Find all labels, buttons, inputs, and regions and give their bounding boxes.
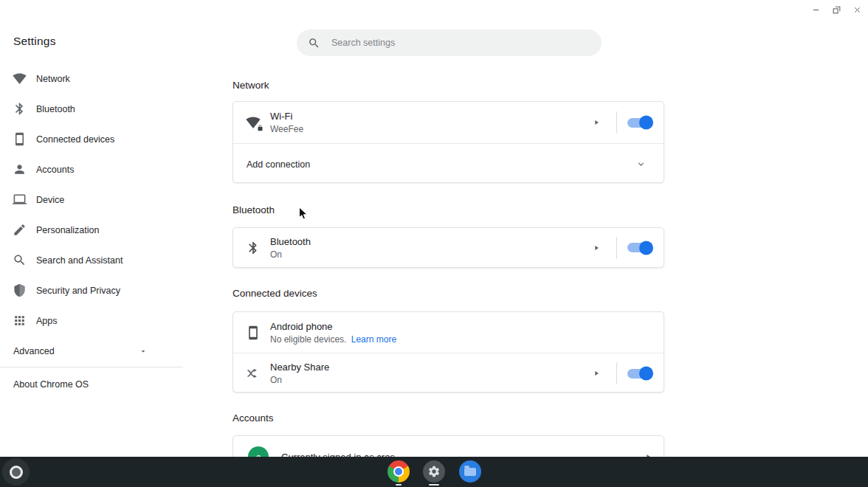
subpage-arrow-icon[interactable] xyxy=(593,119,600,126)
bluetooth-icon xyxy=(245,241,261,255)
subpage-arrow-icon[interactable] xyxy=(593,370,600,377)
wifi-lock-icon xyxy=(245,115,261,130)
bluetooth-row-controls xyxy=(593,237,652,259)
sidebar-item-label: Accounts xyxy=(36,165,74,175)
section-heading-bluetooth: Bluetooth xyxy=(232,204,275,215)
nearby-share-icon xyxy=(245,366,261,381)
sidebar-item-label: Search and Assistant xyxy=(36,255,123,266)
search-icon xyxy=(308,37,320,49)
chrome-logo-ring xyxy=(393,466,404,477)
android-phone-row[interactable]: Android phone No eligible devices. Learn… xyxy=(233,312,664,353)
settings-active-indicator xyxy=(429,484,439,486)
close-button[interactable] xyxy=(852,4,862,15)
bluetooth-title: Bluetooth xyxy=(270,236,311,247)
sidebar-item-security-privacy[interactable]: Security and Privacy xyxy=(0,275,183,305)
chrome-running-indicator xyxy=(396,484,402,486)
learn-more-link[interactable]: Learn more xyxy=(351,334,396,345)
smartphone-icon xyxy=(13,132,27,146)
laptop-icon xyxy=(13,193,27,207)
person-icon xyxy=(13,162,27,176)
page-title: Settings xyxy=(13,35,56,48)
android-phone-subtitle: No eligible devices. Learn more xyxy=(270,334,396,345)
connected-devices-card: Android phone No eligible devices. Learn… xyxy=(232,311,664,393)
wifi-network-name: WeeFee xyxy=(270,124,303,134)
settings-search-bar[interactable] xyxy=(297,30,602,56)
wifi-row-text: Wi-Fi WeeFee xyxy=(270,111,303,134)
launcher-icon xyxy=(10,466,23,479)
lock-icon xyxy=(257,125,264,131)
bluetooth-row[interactable]: Bluetooth On xyxy=(233,228,664,267)
files-app-icon[interactable] xyxy=(459,460,481,483)
sidebar-item-label: Connected devices xyxy=(36,134,114,145)
sidebar-item-label: Security and Privacy xyxy=(36,286,120,296)
sidebar-item-label: Personalization xyxy=(36,225,99,235)
chrome-app-icon[interactable] xyxy=(388,460,410,483)
sidebar-item-label: Device xyxy=(36,195,64,205)
android-phone-title: Android phone xyxy=(270,321,396,332)
row-separator xyxy=(616,362,617,384)
no-eligible-devices-text: No eligible devices. xyxy=(270,334,346,345)
apps-grid-icon xyxy=(13,314,27,328)
settings-sidebar: Settings Network Bluetooth Connected dev… xyxy=(0,0,183,457)
bluetooth-status: On xyxy=(270,249,311,260)
sidebar-item-label: Network xyxy=(36,74,70,84)
advanced-label: Advanced xyxy=(13,346,55,356)
restore-icon xyxy=(832,5,841,15)
settings-app-icon[interactable] xyxy=(423,460,445,483)
sidebar-item-about-chrome-os[interactable]: About Chrome OS xyxy=(13,379,89,390)
sidebar-item-label: Apps xyxy=(36,316,58,326)
sidebar-item-device[interactable]: Device xyxy=(0,184,183,215)
sidebar-item-apps[interactable]: Apps xyxy=(0,305,183,336)
wifi-row[interactable]: Wi-Fi WeeFee xyxy=(233,102,664,143)
smartphone-icon xyxy=(245,325,261,340)
minimize-icon xyxy=(811,5,821,15)
section-heading-network: Network xyxy=(232,80,269,91)
launcher-button[interactable] xyxy=(2,458,30,486)
network-card: Wi-Fi WeeFee Add connection xyxy=(232,101,664,183)
bluetooth-toggle[interactable] xyxy=(627,243,652,252)
restore-button[interactable] xyxy=(831,4,841,15)
sidebar-item-search-assistant[interactable]: Search and Assistant xyxy=(0,245,183,275)
sidebar-advanced-expander[interactable]: Advanced xyxy=(0,336,183,366)
sidebar-nav: Network Bluetooth Connected devices Acco… xyxy=(0,63,183,336)
nearby-share-title: Nearby Share xyxy=(270,362,329,373)
window-controls xyxy=(810,4,862,15)
nearby-share-row[interactable]: Nearby Share On xyxy=(233,353,664,393)
subpage-arrow-icon[interactable] xyxy=(593,244,600,252)
sidebar-item-accounts[interactable]: Accounts xyxy=(0,154,183,184)
dropdown-arrow-icon xyxy=(139,347,148,356)
close-icon xyxy=(852,5,862,15)
search-icon xyxy=(13,253,27,267)
shelf: US 8:31 xyxy=(0,457,868,487)
search-input[interactable] xyxy=(330,37,591,49)
wifi-toggle[interactable] xyxy=(627,118,652,128)
nearby-share-toggle[interactable] xyxy=(627,369,652,379)
wifi-icon xyxy=(13,72,27,86)
sidebar-item-network[interactable]: Network xyxy=(0,63,183,94)
bluetooth-row-text: Bluetooth On xyxy=(270,236,311,260)
row-separator xyxy=(616,111,617,134)
gear-icon xyxy=(427,465,441,478)
bluetooth-icon xyxy=(13,102,27,116)
section-heading-accounts: Accounts xyxy=(232,412,274,424)
nearby-share-controls xyxy=(593,362,652,384)
bluetooth-card: Bluetooth On xyxy=(232,227,664,268)
row-separator xyxy=(616,237,617,259)
sidebar-divider xyxy=(0,367,183,367)
sidebar-item-personalization[interactable]: Personalization xyxy=(0,215,183,245)
sidebar-item-connected-devices[interactable]: Connected devices xyxy=(0,124,183,154)
add-connection-row[interactable]: Add connection xyxy=(233,144,664,184)
chevron-down-icon xyxy=(636,159,646,169)
section-heading-connected-devices: Connected devices xyxy=(232,288,317,299)
sidebar-item-label: Bluetooth xyxy=(36,104,75,114)
android-phone-text: Android phone No eligible devices. Learn… xyxy=(270,321,396,345)
wifi-row-controls xyxy=(593,111,652,134)
shield-icon xyxy=(13,283,27,297)
nearby-share-text: Nearby Share On xyxy=(270,362,329,385)
sidebar-item-bluetooth[interactable]: Bluetooth xyxy=(0,94,183,124)
minimize-button[interactable] xyxy=(810,4,821,15)
folder-icon xyxy=(464,468,476,476)
paintbrush-icon xyxy=(13,223,27,237)
wifi-title: Wi-Fi xyxy=(270,111,303,122)
mouse-cursor xyxy=(298,207,309,221)
